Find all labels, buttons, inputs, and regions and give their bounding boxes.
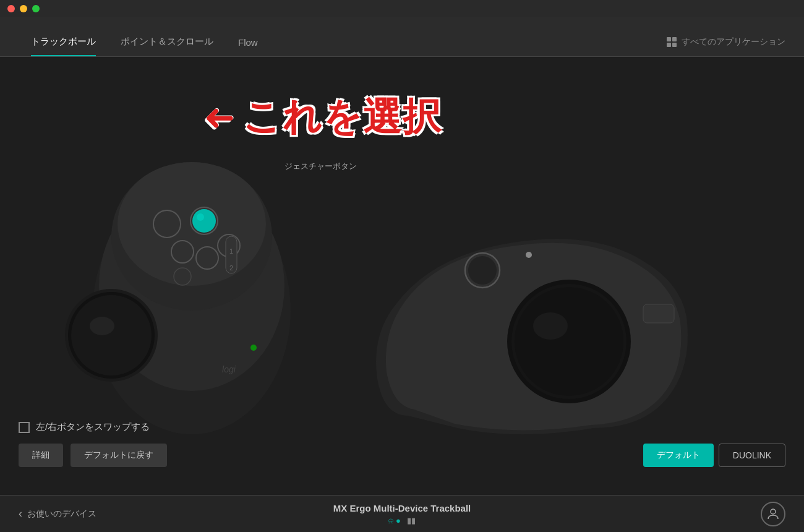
device-name: MX Ergo Multi-Device Trackball: [333, 503, 471, 513]
annotation-overlay: ➜ これを選択: [204, 91, 442, 143]
svg-point-11: [197, 213, 204, 221]
bottom-right-buttons: デフォルト DUOLINK: [643, 444, 785, 467]
arrow-icon: ➜: [204, 95, 235, 139]
swap-checkbox[interactable]: [19, 422, 30, 433]
back-arrow-icon: ‹: [19, 507, 22, 520]
checkbox-area: 左/右ボタンをスワップする: [19, 421, 150, 433]
checkbox-label: 左/右ボタンをスワップする: [36, 421, 150, 433]
svg-point-7: [90, 317, 114, 335]
duolink-button[interactable]: DUOLINK: [719, 444, 785, 467]
tab-bar: トラックボール ポイント＆スクロール Flow すべてのアプリケーション: [0, 17, 804, 57]
svg-point-10: [192, 209, 216, 233]
bluetooth-icon: ⍾ ●: [388, 516, 400, 525]
battery-icon: ▮▮: [407, 516, 416, 525]
back-label: お使いのデバイス: [27, 508, 96, 520]
svg-point-20: [250, 345, 257, 351]
svg-rect-29: [643, 304, 674, 323]
reset-button[interactable]: デフォルトに戻す: [71, 444, 167, 467]
title-bar: [0, 0, 804, 17]
minimize-button[interactable]: [20, 5, 27, 12]
device-info: MX Ergo Multi-Device Trackball ⍾ ● ▮▮: [333, 503, 471, 525]
main-content: ➜ これを選択 ジェスチャーボタン 1: [0, 57, 804, 495]
svg-point-30: [771, 509, 776, 514]
close-button[interactable]: [7, 5, 15, 12]
right-mouse-svg: [359, 181, 705, 440]
svg-point-3: [118, 162, 266, 286]
svg-point-24: [515, 287, 623, 396]
svg-point-6: [71, 295, 152, 375]
annotation-text: これを選択: [242, 91, 442, 143]
maximize-button[interactable]: [32, 5, 40, 12]
tab-flow[interactable]: Flow: [226, 37, 270, 56]
svg-text:1: 1: [229, 247, 233, 255]
gesture-label: ジェスチャーボタン: [284, 161, 357, 172]
svg-text:2: 2: [229, 264, 233, 272]
tab-trackball[interactable]: トラックボール: [19, 36, 108, 56]
back-button[interactable]: ‹ お使いのデバイス: [19, 507, 96, 520]
svg-point-28: [526, 252, 532, 258]
tab-point-scroll[interactable]: ポイント＆スクロール: [108, 36, 226, 56]
grid-icon: [667, 37, 677, 47]
tab-apps[interactable]: すべてのアプリケーション: [667, 36, 785, 56]
status-icons: ⍾ ● ▮▮: [333, 516, 471, 525]
bottom-buttons: 詳細 デフォルトに戻す: [19, 444, 167, 467]
svg-point-25: [533, 312, 568, 340]
status-bar: ‹ お使いのデバイス MX Ergo Multi-Device Trackbal…: [0, 495, 804, 532]
detail-button[interactable]: 詳細: [19, 444, 63, 467]
default-button[interactable]: デフォルト: [643, 444, 714, 467]
avatar[interactable]: [761, 502, 785, 526]
svg-text:logi: logi: [222, 364, 236, 374]
svg-point-27: [468, 256, 497, 285]
